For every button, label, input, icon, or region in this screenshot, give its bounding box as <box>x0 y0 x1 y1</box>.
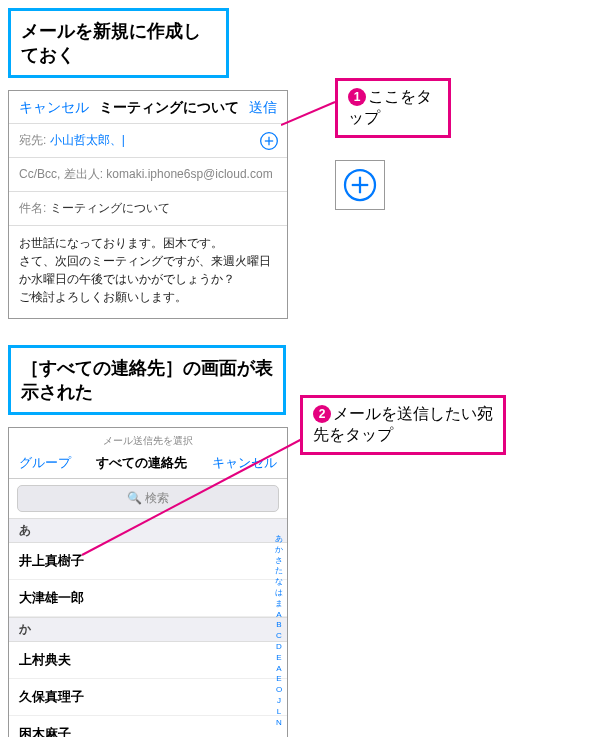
subject-row[interactable]: 件名: ミーティングについて <box>9 191 287 225</box>
compose-screen: キャンセル ミーティングについて 送信 宛先: 小山哲太郎、| Cc/Bcc, … <box>8 90 288 319</box>
search-placeholder: 検索 <box>145 491 169 505</box>
callout-2-text: メールを送信したい宛先をタップ <box>313 405 493 443</box>
callout-number-2: 2 <box>313 405 331 423</box>
caption-box-1: メールを新規に作成しておく <box>8 8 229 78</box>
pointer-line-1 <box>281 100 336 130</box>
message-body[interactable]: お世話になっております。困木です。 さて、次回のミーティングですが、来週火曜日か… <box>9 225 287 318</box>
cc-bcc-row[interactable]: Cc/Bcc, 差出人: komaki.iphone6sp@icloud.com <box>9 157 287 191</box>
section-header-a: あ <box>9 518 287 543</box>
to-row[interactable]: 宛先: 小山哲太郎、| <box>9 123 287 157</box>
svg-line-3 <box>281 102 335 125</box>
plus-circle-icon <box>259 131 279 151</box>
plus-icon-enlarged <box>335 160 385 210</box>
plus-circle-icon <box>342 167 378 203</box>
callout-number-1: 1 <box>348 88 366 106</box>
contact-row[interactable]: 上村典夫 <box>9 642 287 679</box>
alphabet-index[interactable]: あ か さ た な は ま A B C D E A E O J L N <box>273 534 285 728</box>
contacts-cancel-button[interactable]: キャンセル <box>212 454 277 472</box>
text-cursor: | <box>122 133 125 147</box>
caption-box-2: ［すべての連絡先］の画面が表示された <box>8 345 286 415</box>
contacts-small-title: メール送信先を選択 <box>9 428 287 450</box>
contact-row[interactable]: 大津雄一郎 <box>9 580 287 617</box>
callout-2: 2メールを送信したい宛先をタップ <box>300 395 506 455</box>
callout-1: 1ここをタップ <box>335 78 451 138</box>
contacts-title: すべての連絡先 <box>96 454 187 472</box>
compose-title: ミーティングについて <box>99 99 239 117</box>
contact-row[interactable]: 井上真樹子 <box>9 543 287 580</box>
contact-row[interactable]: 久保真理子 <box>9 679 287 716</box>
add-recipient-button[interactable] <box>259 131 279 151</box>
send-button[interactable]: 送信 <box>249 99 277 117</box>
cc-label: Cc/Bcc, 差出人: <box>19 167 103 181</box>
cancel-button[interactable]: キャンセル <box>19 99 89 117</box>
search-icon: 🔍 <box>127 491 142 505</box>
search-input[interactable]: 🔍 検索 <box>17 485 279 512</box>
subject-value: ミーティングについて <box>50 201 170 215</box>
groups-button[interactable]: グループ <box>19 454 71 472</box>
to-label: 宛先: <box>19 133 46 147</box>
section-header-ka: か <box>9 617 287 642</box>
contacts-screen: メール送信先を選択 グループ すべての連絡先 キャンセル 🔍 検索 あ 井上真樹… <box>8 427 288 737</box>
contact-row[interactable]: 困木麻子 <box>9 716 287 737</box>
subject-label: 件名: <box>19 201 46 215</box>
to-value: 小山哲太郎、 <box>50 133 122 147</box>
cc-value: komaki.iphone6sp@icloud.com <box>106 167 272 181</box>
